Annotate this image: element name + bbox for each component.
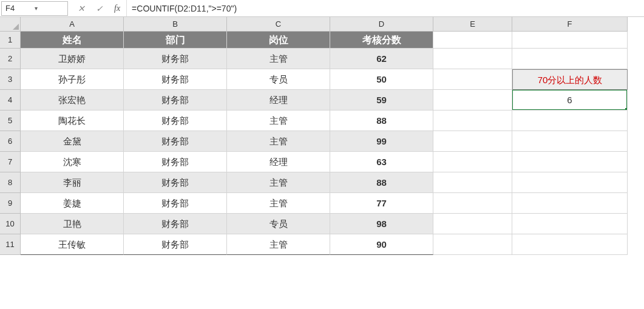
header-role[interactable]: 岗位 (227, 32, 330, 49)
row-header-8[interactable]: 8 (0, 172, 21, 193)
cell-F4-active[interactable]: 6 (512, 90, 628, 110)
row-header-2[interactable]: 2 (0, 49, 21, 69)
col-header-A[interactable]: A (21, 17, 124, 32)
cell-F9[interactable] (512, 193, 628, 214)
cell-E1[interactable] (433, 32, 512, 49)
formula-input[interactable]: =COUNTIF(D2:D11,">=70") (126, 0, 644, 16)
cell-A6[interactable]: 金黛 (21, 131, 124, 152)
cell-E5[interactable] (433, 110, 512, 131)
cell-F7[interactable] (512, 152, 628, 172)
cell-A8[interactable]: 李丽 (21, 172, 124, 193)
cell-E9[interactable] (433, 193, 512, 214)
cell-F3-label[interactable]: 70分以上的人数 (512, 69, 628, 90)
cell-D8[interactable]: 88 (330, 172, 433, 193)
cell-E6[interactable] (433, 131, 512, 152)
row-header-5[interactable]: 5 (0, 110, 21, 131)
cell-C2[interactable]: 主管 (227, 49, 330, 69)
row-header-7[interactable]: 7 (0, 152, 21, 172)
header-score[interactable]: 考核分数 (330, 32, 433, 49)
cell-E7[interactable] (433, 152, 512, 172)
cell-F10[interactable] (512, 214, 628, 234)
cell-A2[interactable]: 卫娇娇 (21, 49, 124, 69)
cell-B3[interactable]: 财务部 (124, 69, 227, 90)
cell-D4[interactable]: 59 (330, 90, 433, 110)
cell-C3[interactable]: 专员 (227, 69, 330, 90)
cell-B9[interactable]: 财务部 (124, 193, 227, 214)
cell-A4[interactable]: 张宏艳 (21, 90, 124, 110)
cell-A9[interactable]: 姜婕 (21, 193, 124, 214)
formula-bar-buttons: ✕ ✓ fx (72, 4, 126, 13)
enter-icon[interactable]: ✓ (96, 4, 103, 13)
cell-B5[interactable]: 财务部 (124, 110, 227, 131)
row-header-9[interactable]: 9 (0, 193, 21, 214)
cell-F6[interactable] (512, 131, 628, 152)
cell-C10[interactable]: 专员 (227, 214, 330, 234)
cell-D9[interactable]: 77 (330, 193, 433, 214)
cell-B8[interactable]: 财务部 (124, 172, 227, 193)
cell-B7[interactable]: 财务部 (124, 152, 227, 172)
cell-B11[interactable]: 财务部 (124, 234, 227, 255)
cell-F11[interactable] (512, 234, 628, 255)
cell-E11[interactable] (433, 234, 512, 255)
select-all-corner[interactable] (0, 17, 21, 32)
cell-D2[interactable]: 62 (330, 49, 433, 69)
row-header-1[interactable]: 1 (0, 32, 21, 49)
cell-A11[interactable]: 王传敏 (21, 234, 124, 255)
cell-D7[interactable]: 63 (330, 152, 433, 172)
cell-E8[interactable] (433, 172, 512, 193)
cell-A7[interactable]: 沈寒 (21, 152, 124, 172)
cell-D10[interactable]: 98 (330, 214, 433, 234)
cell-B4[interactable]: 财务部 (124, 90, 227, 110)
header-dept[interactable]: 部门 (124, 32, 227, 49)
cell-B6[interactable]: 财务部 (124, 131, 227, 152)
cell-C5[interactable]: 主管 (227, 110, 330, 131)
header-name[interactable]: 姓名 (21, 32, 124, 49)
row-8: 8 李丽 财务部 主管 88 (0, 172, 644, 193)
row-1: 1 姓名 部门 岗位 考核分数 (0, 32, 644, 49)
cell-E10[interactable] (433, 214, 512, 234)
row-5: 5 陶花长 财务部 主管 88 (0, 110, 644, 131)
row-9: 9 姜婕 财务部 主管 77 (0, 193, 644, 214)
row-4: 4 张宏艳 财务部 经理 59 6 (0, 90, 644, 110)
cell-C7[interactable]: 经理 (227, 152, 330, 172)
cell-C11[interactable]: 主管 (227, 234, 330, 255)
cell-B10[interactable]: 财务部 (124, 214, 227, 234)
cell-C9[interactable]: 主管 (227, 193, 330, 214)
cell-E4[interactable] (433, 90, 512, 110)
col-header-E[interactable]: E (433, 17, 512, 32)
row-header-10[interactable]: 10 (0, 214, 21, 234)
row-3: 3 孙子彤 财务部 专员 50 70分以上的人数 (0, 69, 644, 90)
col-header-C[interactable]: C (227, 17, 330, 32)
cell-A3[interactable]: 孙子彤 (21, 69, 124, 90)
row-header-6[interactable]: 6 (0, 131, 21, 152)
row-header-4[interactable]: 4 (0, 90, 21, 110)
cell-D6[interactable]: 99 (330, 131, 433, 152)
spreadsheet-grid: A B C D E F 1 姓名 部门 岗位 考核分数 2 卫娇娇 财务部 主管… (0, 17, 644, 255)
cell-F2[interactable] (512, 49, 628, 69)
cell-D5[interactable]: 88 (330, 110, 433, 131)
formula-bar: F4 ▾ ✕ ✓ fx =COUNTIF(D2:D11,">=70") (0, 0, 644, 17)
cell-D3[interactable]: 50 (330, 69, 433, 90)
cell-A10[interactable]: 卫艳 (21, 214, 124, 234)
col-header-F[interactable]: F (512, 17, 628, 32)
row-10: 10 卫艳 财务部 专员 98 (0, 214, 644, 234)
row-header-11[interactable]: 11 (0, 234, 21, 255)
cell-F5[interactable] (512, 110, 628, 131)
cell-E2[interactable] (433, 49, 512, 69)
cell-C6[interactable]: 主管 (227, 131, 330, 152)
cell-C4[interactable]: 经理 (227, 90, 330, 110)
row-header-3[interactable]: 3 (0, 69, 21, 90)
cell-C8[interactable]: 主管 (227, 172, 330, 193)
name-box[interactable]: F4 ▾ (1, 1, 68, 16)
col-header-B[interactable]: B (124, 17, 227, 32)
cell-F8[interactable] (512, 172, 628, 193)
cell-D11[interactable]: 90 (330, 234, 433, 255)
cell-A5[interactable]: 陶花长 (21, 110, 124, 131)
fx-icon[interactable]: fx (114, 4, 120, 13)
cell-F1[interactable] (512, 32, 628, 49)
col-header-D[interactable]: D (330, 17, 433, 32)
name-box-dropdown-icon[interactable]: ▾ (35, 5, 64, 12)
cell-B2[interactable]: 财务部 (124, 49, 227, 69)
cell-E3[interactable] (433, 69, 512, 90)
cancel-icon[interactable]: ✕ (78, 4, 85, 13)
